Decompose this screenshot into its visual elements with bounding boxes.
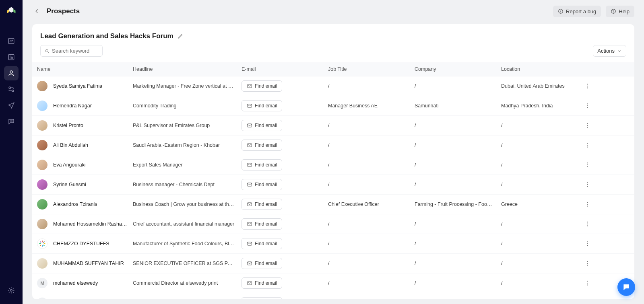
svg-point-8 <box>10 290 12 292</box>
help-button[interactable]: Help <box>606 6 634 17</box>
find-email-button[interactable]: Find email <box>242 80 282 92</box>
svg-rect-44 <box>248 242 252 245</box>
prospect-name[interactable]: Eva Angouraki <box>53 162 86 168</box>
prospect-headline: Commodity Trading <box>130 103 238 109</box>
mail-icon <box>247 83 252 89</box>
avatar <box>37 179 47 190</box>
find-email-button[interactable]: Find email <box>242 199 282 210</box>
row-menu-button[interactable] <box>582 278 592 288</box>
svg-point-43 <box>587 226 588 226</box>
cell-location: / <box>498 241 582 246</box>
svg-point-53 <box>587 281 588 281</box>
prospect-name[interactable]: Syeda Samiya Fatima <box>53 83 102 89</box>
more-vertical-icon <box>584 221 590 227</box>
prospect-name[interactable]: mohamed elsewedy <box>53 280 98 286</box>
back-button[interactable] <box>32 6 42 16</box>
nav-settings[interactable] <box>4 283 19 298</box>
find-email-button[interactable]: Find email <box>242 120 282 131</box>
svg-point-55 <box>587 285 588 286</box>
row-menu-button[interactable] <box>582 239 592 249</box>
nav-prospects[interactable] <box>4 66 19 80</box>
find-email-button[interactable]: Find email <box>242 100 282 111</box>
find-email-button[interactable]: Find email <box>242 258 282 269</box>
cell-job-title: / <box>325 83 411 89</box>
prospect-name[interactable]: Syrine Guesmi <box>53 182 86 187</box>
row-menu-button[interactable] <box>582 298 592 299</box>
row-menu-button[interactable] <box>582 219 592 229</box>
nav-messages[interactable] <box>4 114 19 129</box>
table-row: Ali Bin AbdullahSaudi Arabia -Eastern Re… <box>32 136 634 155</box>
chat-fab[interactable] <box>617 278 635 296</box>
row-menu-button[interactable] <box>582 180 592 189</box>
avatar: M <box>37 278 47 288</box>
nav-automation[interactable] <box>4 82 19 97</box>
avatar: Av <box>37 298 47 299</box>
prospect-name[interactable]: MUHAMMAD SUFFYAN TAHIR <box>53 261 124 266</box>
nav-send[interactable] <box>4 98 19 113</box>
table-row: Eva AngourakiExport Sales ManagerFind em… <box>32 155 634 175</box>
table-row: Hemendra NagarCommodity TradingFind emai… <box>32 96 634 116</box>
svg-point-30 <box>587 164 588 165</box>
svg-point-22 <box>587 125 588 126</box>
prospect-name[interactable]: Mohamed Hossameldin Rashad H <box>53 221 130 227</box>
table-header: Name Headline E-mail Job Title Company L… <box>32 62 634 76</box>
svg-point-2 <box>10 71 12 73</box>
row-menu-button[interactable] <box>582 199 592 209</box>
nav-linkedin[interactable] <box>4 50 19 64</box>
report-bug-button[interactable]: Report a bug <box>553 6 601 17</box>
svg-point-14 <box>587 86 588 86</box>
svg-point-15 <box>587 88 588 88</box>
more-vertical-icon <box>584 280 590 286</box>
cell-company: / <box>411 182 498 187</box>
list-title: Lead Generation and Sales Hacks Forum <box>40 32 173 40</box>
cell-job-title: / <box>325 182 411 187</box>
svg-point-17 <box>587 103 588 104</box>
prospect-name[interactable]: CHEMZZO DYESTUFFS <box>53 241 109 246</box>
find-email-button[interactable]: Find email <box>242 297 282 299</box>
row-menu-button[interactable] <box>582 259 592 268</box>
col-headline: Headline <box>130 62 238 76</box>
col-job-title: Job Title <box>325 62 411 76</box>
report-bug-label: Report a bug <box>566 8 596 14</box>
nav-analytics[interactable] <box>4 34 19 48</box>
svg-point-26 <box>587 145 588 146</box>
topbar: Prospects Report a bug Help <box>23 0 644 23</box>
chat-icon <box>622 283 630 291</box>
more-vertical-icon <box>584 201 590 207</box>
prospect-headline: Saudi Arabia -Eastern Region - Khobar <box>130 142 238 148</box>
find-email-button[interactable]: Find email <box>242 179 282 190</box>
more-vertical-icon <box>584 181 590 188</box>
svg-rect-48 <box>248 262 252 265</box>
find-email-button[interactable]: Find email <box>242 218 282 230</box>
find-email-button[interactable]: Find email <box>242 238 282 249</box>
find-email-button[interactable]: Find email <box>242 159 282 170</box>
row-menu-button[interactable] <box>582 101 592 111</box>
find-email-button[interactable]: Find email <box>242 277 282 289</box>
svg-point-5 <box>10 121 10 121</box>
row-menu-button[interactable] <box>582 160 592 170</box>
svg-point-42 <box>587 224 588 224</box>
svg-point-29 <box>587 162 588 163</box>
prospect-name[interactable]: Alexandros Tziranis <box>53 201 97 207</box>
avatar <box>37 199 47 210</box>
prospect-name[interactable]: Ali Bin Abdullah <box>53 142 88 148</box>
table-row: MUHAMMAD SUFFYAN TAHIRSENIOR EXECUTIVE O… <box>32 254 634 273</box>
find-email-button[interactable]: Find email <box>242 140 282 151</box>
prospect-headline: SENIOR EXECUTIVE OFFICER at SGS PAKISTAN… <box>130 261 238 266</box>
svg-point-46 <box>587 243 588 244</box>
avatar <box>37 258 47 269</box>
prospect-name[interactable]: Hemendra Nagar <box>53 103 92 109</box>
row-menu-button[interactable] <box>582 121 592 130</box>
cell-location: / <box>498 280 582 286</box>
prospect-name[interactable]: Kristel Pronto <box>53 123 83 128</box>
row-menu-button[interactable] <box>582 140 592 150</box>
svg-point-35 <box>587 186 588 187</box>
row-menu-button[interactable] <box>582 81 592 91</box>
svg-point-19 <box>587 107 588 108</box>
sidebar <box>0 0 23 304</box>
search-input[interactable] <box>52 48 98 54</box>
mail-icon <box>247 241 252 246</box>
actions-dropdown[interactable]: Actions <box>593 45 626 57</box>
search-box[interactable] <box>40 45 103 57</box>
edit-title-icon[interactable] <box>178 33 183 39</box>
